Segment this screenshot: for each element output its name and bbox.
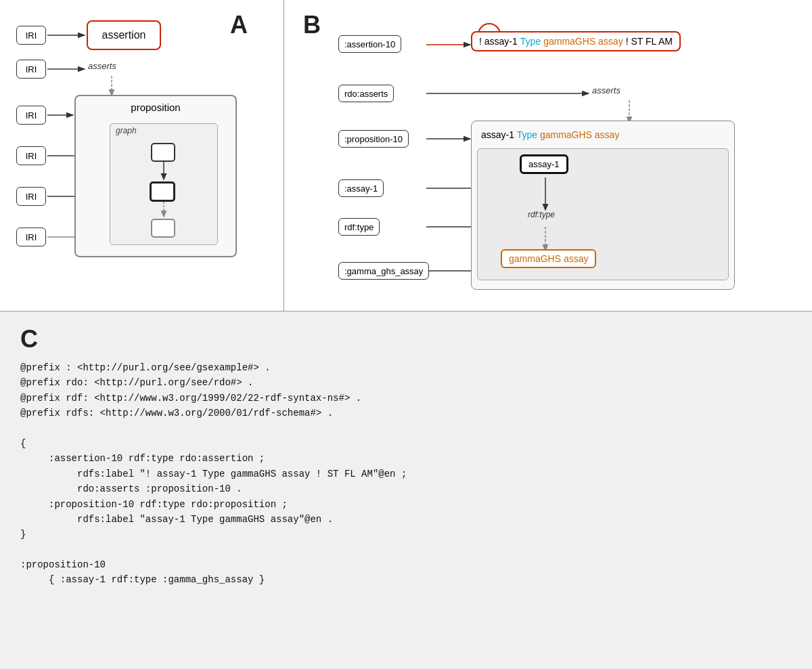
proposition-label: proposition	[131, 102, 180, 113]
rdf-type-node: rdf:type	[338, 218, 380, 236]
iri-node-1: IRI	[16, 26, 46, 45]
assertion-node: assertion	[87, 20, 161, 50]
iri-node-3: IRI	[16, 106, 46, 125]
gammaghs-assay-inner-node: gammaGHS assay	[501, 249, 596, 268]
diagram-b: :assertion-10 rdo:asserts :proposition-1…	[338, 20, 798, 305]
gamma-ghs-assay-node: :gamma_ghs_assay	[338, 262, 429, 280]
assertion-10-value-node: ! assay-1 Type gammaGHS assay ! ST FL AM	[471, 31, 681, 51]
panel-c-label: C	[20, 325, 38, 353]
assertion-suffix: ! ST FL AM	[626, 36, 673, 47]
iri-node-5: IRI	[16, 187, 46, 206]
graph-inner-box: assay-1 rdf:type gammaGHS assay	[477, 148, 729, 280]
assertion-type-label: Type	[520, 36, 541, 47]
graph-node-2	[150, 181, 175, 202]
assertion-exclaim: ! assay-1	[479, 36, 518, 47]
panel-a: A	[0, 0, 284, 311]
code-block: @prefix : <http://purl.org/see/gsexample…	[20, 360, 792, 588]
graph-node-1	[151, 143, 175, 162]
diagram-a: IRI IRI IRI IRI IRI IRI assertion assert…	[14, 20, 264, 305]
rdf-type-italic-label: rdf:type	[528, 210, 555, 219]
asserts-label: asserts	[88, 61, 116, 71]
panel-b-label: B	[303, 11, 321, 39]
assay-1-inner-node: assay-1	[520, 154, 568, 174]
graph-node-3	[151, 219, 175, 238]
proposition-node: proposition graph	[74, 95, 237, 257]
proposition-outer-box: assay-1 Type gammaGHS assay	[471, 121, 735, 290]
asserts-italic-label: asserts	[592, 85, 621, 95]
proposition-10-node: :proposition-10	[338, 130, 409, 148]
assertion-gammaghs: gammaGHS assay	[543, 36, 623, 47]
graph-label: graph	[116, 126, 137, 135]
rdo-asserts-node: rdo:asserts	[338, 85, 394, 102]
proposition-10-label: assay-1 Type gammaGHS assay	[477, 127, 729, 143]
assertion-10-node: :assertion-10	[338, 35, 401, 53]
assay-1-node: :assay-1	[338, 179, 384, 197]
panel-c: C @prefix : <http://purl.org/see/gsexamp…	[0, 311, 812, 669]
iri-node-2: IRI	[16, 60, 46, 79]
iri-node-6: IRI	[16, 228, 46, 246]
panel-b: B	[284, 0, 812, 311]
iri-node-4: IRI	[16, 146, 46, 165]
